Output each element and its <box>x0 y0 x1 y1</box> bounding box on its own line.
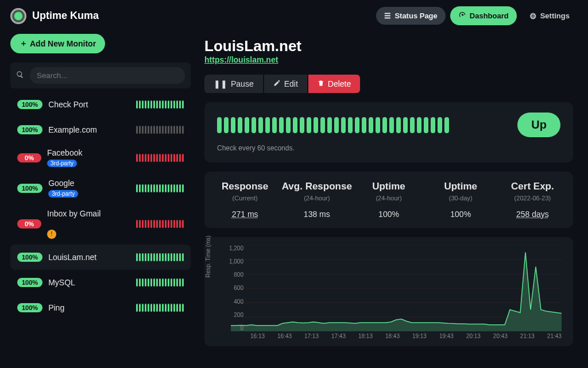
add-monitor-button[interactable]: ＋ Add New Monitor <box>10 34 105 53</box>
uptime-badge: 100% <box>17 253 42 262</box>
sidebar-item-inbox-by-gmail[interactable]: 0%Inbox by Gmail! <box>10 203 191 245</box>
stat-value: 138 ms <box>281 210 353 219</box>
delete-label: Delete <box>328 79 351 88</box>
stat-heading: Uptime <box>425 181 497 192</box>
stat-uptime: Uptime(24-hour)100% <box>353 181 424 219</box>
sidebar-item-facebook[interactable]: 0%Facebook3rd-party <box>10 142 191 173</box>
dashboard-label: Dashboard <box>470 11 509 20</box>
uptime-badge: 100% <box>17 278 42 287</box>
monitor-name: Facebook <box>47 148 136 157</box>
uptime-badge: 0% <box>17 153 41 162</box>
stat-avg-response: Avg. Response(24-hour)138 ms <box>281 181 353 219</box>
chart-ylabel: Resp. Time (ms) <box>205 235 211 277</box>
stat-heading: Response <box>209 181 281 192</box>
sidebar-item-ping[interactable]: 100%Ping <box>10 295 191 320</box>
mini-heartbeat <box>136 184 184 192</box>
mini-heartbeat <box>136 304 184 312</box>
check-interval-note: Check every 60 seconds. <box>217 144 560 152</box>
mini-heartbeat <box>136 126 184 134</box>
sidebar-item-mysql[interactable]: 100%MySQL <box>10 270 191 295</box>
stat-sub: (24-hour) <box>281 195 353 202</box>
uptime-badge: 100% <box>17 184 42 193</box>
heartbeat-bar <box>217 117 517 133</box>
edit-button[interactable]: Edit <box>264 75 307 93</box>
search-input[interactable] <box>30 67 185 84</box>
uptime-badge: 100% <box>17 125 42 134</box>
stat-value: 100% <box>353 210 424 219</box>
gear-icon: ⚙ <box>529 11 537 21</box>
stat-heading: Cert Exp. <box>497 181 568 192</box>
stat-cert-exp-: Cert Exp.(2022-06-23)258 days <box>497 181 568 219</box>
mini-heartbeat <box>136 253 184 261</box>
search-icon <box>16 71 24 80</box>
add-monitor-label: Add New Monitor <box>30 39 96 48</box>
sidebar-item-louislam-net[interactable]: 100%LouisLam.net <box>10 245 191 270</box>
stat-heading: Uptime <box>353 181 424 192</box>
uptime-badge: 100% <box>17 100 42 109</box>
response-chart: Resp. Time (ms) 1,2001,0008006004002000 … <box>204 237 573 346</box>
pause-label: Pause <box>231 79 254 88</box>
app-logo <box>10 8 26 24</box>
uptime-badge: 0% <box>17 219 41 228</box>
status-badge: Up <box>517 113 560 137</box>
monitor-url[interactable]: https://louislam.net <box>204 55 278 64</box>
mini-heartbeat <box>136 220 184 228</box>
trash-icon <box>318 79 324 88</box>
mini-heartbeat <box>136 278 184 286</box>
stat-uptime: Uptime(30-day)100% <box>425 181 497 219</box>
stat-value: 258 days <box>497 210 568 219</box>
sidebar-item-google[interactable]: 100%Google3rd-party <box>10 173 191 203</box>
monitor-title: LouisLam.net <box>204 37 573 55</box>
stat-sub: (2022-06-23) <box>497 195 568 202</box>
sidebar-item-check-port[interactable]: 100%Check Port <box>10 92 191 117</box>
edit-icon <box>273 79 281 88</box>
monitor-name: Check Port <box>48 100 136 109</box>
monitor-tag: 3rd-party <box>48 190 78 197</box>
monitor-name: Inbox by Gmail <box>47 209 136 218</box>
monitor-name: Ping <box>48 303 136 312</box>
settings-label: Settings <box>540 11 570 20</box>
plus-icon: ＋ <box>20 38 28 49</box>
monitor-name: MySQL <box>48 278 136 287</box>
mini-heartbeat <box>136 154 184 162</box>
warning-icon: ! <box>47 230 56 239</box>
dashboard-button[interactable]: Dashboard <box>450 6 517 25</box>
search-row <box>10 63 191 88</box>
status-page-button[interactable]: ☰ Status Page <box>376 7 445 25</box>
stat-sub: (30-day) <box>425 195 497 202</box>
monitor-tag: 3rd-party <box>47 160 77 167</box>
stat-heading: Avg. Response <box>281 181 353 192</box>
stat-value: 271 ms <box>209 210 281 219</box>
status-page-label: Status Page <box>394 11 437 20</box>
stat-sub: (Current) <box>209 195 281 202</box>
monitor-name: Google <box>48 179 136 188</box>
mini-heartbeat <box>136 100 184 109</box>
monitor-name: Example.com <box>48 125 136 134</box>
list-icon: ☰ <box>384 11 391 20</box>
delete-button[interactable]: Delete <box>308 75 360 93</box>
sidebar-item-example-com[interactable]: 100%Example.com <box>10 117 191 142</box>
edit-label: Edit <box>284 79 298 88</box>
stat-sub: (24-hour) <box>353 195 424 202</box>
pause-icon: ❚❚ <box>214 79 227 88</box>
gauge-icon <box>458 11 466 21</box>
uptime-badge: 100% <box>17 303 42 312</box>
settings-button[interactable]: ⚙ Settings <box>521 7 578 25</box>
stat-response: Response(Current)271 ms <box>209 181 281 219</box>
brand-title: Uptime Kuma <box>32 10 99 22</box>
monitor-name: LouisLam.net <box>48 253 136 262</box>
stat-value: 100% <box>425 210 497 219</box>
pause-button[interactable]: ❚❚ Pause <box>204 75 263 93</box>
